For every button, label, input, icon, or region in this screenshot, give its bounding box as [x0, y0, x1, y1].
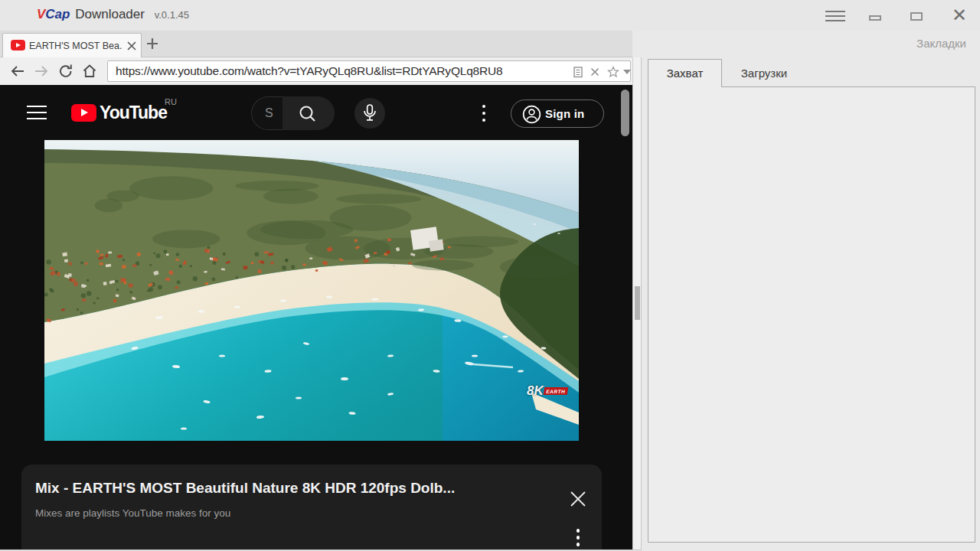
app-scrollbar-track[interactable] [632, 57, 642, 549]
search-box: S [251, 96, 335, 130]
right-panel: Закладки Захват Загрузки [642, 31, 980, 551]
mix-kebab-icon[interactable] [572, 529, 584, 549]
app-title: VCap Downloader v.0.1.45 [37, 7, 189, 22]
new-tab-button[interactable] [145, 37, 159, 51]
star-icon[interactable] [607, 66, 619, 78]
app-version: v.0.1.45 [155, 9, 189, 21]
play-logo-icon[interactable] [71, 104, 96, 122]
signin-button[interactable]: Sign in [511, 99, 604, 128]
copy-icon[interactable] [572, 66, 584, 78]
browser-tab[interactable]: EARTH'S MOST Bea... [2, 33, 142, 57]
mic-icon [362, 104, 377, 123]
kebab-icon[interactable] [478, 105, 490, 129]
hamburger-icon[interactable] [27, 106, 47, 121]
mix-title: Mix - EARTH'S MOST Beautiful Nature 8K H… [35, 480, 556, 497]
tab-capture[interactable]: Захват [648, 59, 722, 87]
mic-button[interactable] [354, 98, 385, 129]
bookmarks-button[interactable]: Закладки [916, 37, 966, 50]
youtube-favicon-icon [11, 40, 25, 51]
mix-subtitle: Mixes are playlists YouTube makes for yo… [35, 507, 230, 519]
browser-viewport: YouTube RU S [0, 85, 632, 549]
titlebar: VCap Downloader v.0.1.45 ✕ [0, 0, 980, 31]
youtube-wordmark[interactable]: YouTube [100, 103, 167, 123]
tab-downloads[interactable]: Загрузки [722, 59, 806, 86]
capture-panel-content [648, 86, 975, 543]
tab-strip: EARTH'S MOST Bea... [0, 31, 632, 57]
signin-label: Sign in [545, 107, 584, 120]
tab-title: EARTH'S MOST Bea... [29, 41, 122, 51]
app-logo-v: V [37, 7, 45, 21]
app-scrollbar-thumb[interactable] [635, 286, 640, 320]
menu-icon[interactable] [825, 8, 846, 24]
search-icon [298, 105, 318, 123]
search-button[interactable] [283, 96, 335, 130]
back-icon[interactable] [10, 64, 25, 79]
clear-icon[interactable] [589, 66, 601, 78]
watermark-8k: 8K [527, 383, 544, 398]
mix-close-icon[interactable] [567, 488, 589, 510]
home-icon[interactable] [82, 64, 97, 79]
page-scrollbar[interactable] [621, 90, 629, 136]
watermark-earth: EARTH [543, 387, 568, 395]
mix-panel: Mix - EARTH'S MOST Beautiful Nature 8K H… [21, 465, 602, 549]
tab-downloads-label: Загрузки [722, 67, 806, 80]
search-input[interactable]: S [251, 96, 283, 130]
navigation-bar: https://www.youtube.com/watch?v=tYARyQLq… [0, 57, 632, 85]
url-bar[interactable]: https://www.youtube.com/watch?v=tYARyQLq… [107, 60, 631, 82]
youtube-header: YouTube RU S [0, 85, 632, 129]
app-name: Downloader [75, 7, 145, 21]
maximize-icon[interactable] [910, 8, 932, 24]
video-player[interactable] [44, 140, 579, 441]
reload-icon[interactable] [58, 64, 74, 79]
tab-close-icon[interactable] [126, 40, 138, 52]
minimize-icon[interactable] [869, 8, 890, 24]
app-logo-cap: Cap [45, 7, 70, 21]
search-text: S [265, 106, 273, 120]
forward-icon[interactable] [34, 64, 49, 79]
video-frame [44, 140, 579, 441]
person-icon [522, 105, 541, 124]
video-watermark: 8KEARTH [527, 383, 611, 399]
url-text[interactable]: https://www.youtube.com/watch?v=tYARyQLq… [116, 64, 569, 78]
close-icon[interactable]: ✕ [949, 5, 969, 25]
tab-capture-label: Захват [648, 67, 721, 80]
region-label: RU [165, 97, 177, 106]
